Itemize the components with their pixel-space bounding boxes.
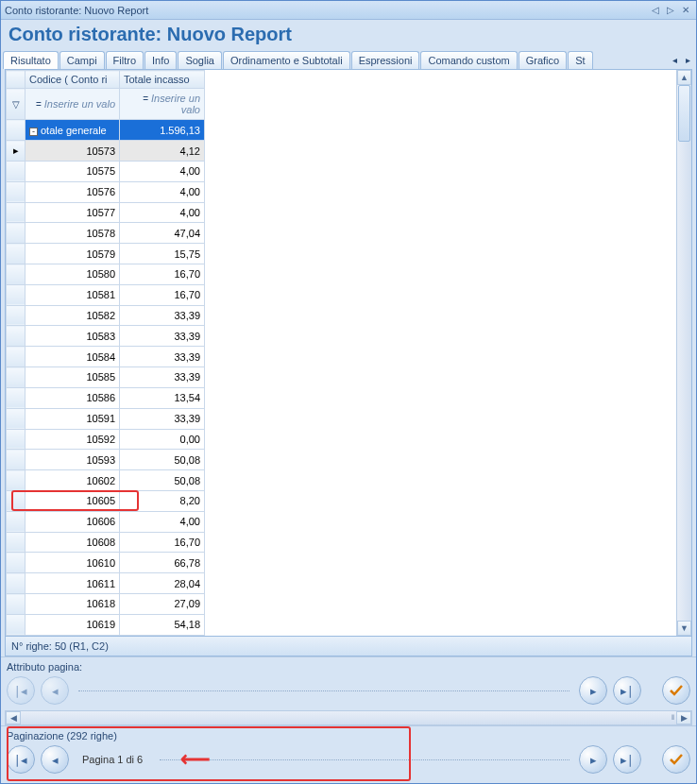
filter-icon-cell[interactable]: ▽: [7, 89, 26, 120]
cell-total[interactable]: 4,00: [120, 181, 205, 202]
cell-total[interactable]: 0,00: [120, 429, 205, 450]
hscroll-handle-icon[interactable]: ⦀: [669, 711, 676, 724]
hscroll-left-icon[interactable]: ◀: [6, 711, 21, 724]
cell-code[interactable]: 10585: [26, 367, 120, 388]
cell-code[interactable]: 10576: [26, 181, 120, 202]
tab-filtro[interactable]: Filtro: [106, 51, 144, 69]
tab-scroll-right-icon[interactable]: ▸: [681, 52, 694, 69]
tab-soglia[interactable]: Soglia: [178, 51, 222, 69]
cell-code[interactable]: 10582: [26, 305, 120, 326]
table-row[interactable]: 1061954,18: [7, 614, 205, 635]
table-row[interactable]: ▸105734,12: [7, 141, 205, 162]
attr-next-button[interactable]: ▸: [579, 676, 607, 705]
table-row[interactable]: 1058116,70: [7, 284, 205, 305]
cell-total[interactable]: 50,08: [120, 450, 205, 470]
cell-code[interactable]: 10591: [26, 408, 120, 429]
table-row[interactable]: 1061827,09: [7, 594, 205, 615]
cell-code[interactable]: 10578: [26, 223, 120, 244]
table-row[interactable]: 1061066,78: [7, 553, 205, 573]
cell-total[interactable]: 33,39: [120, 347, 205, 367]
scroll-thumb[interactable]: [678, 85, 690, 142]
page-last-button[interactable]: ▸∣: [613, 745, 641, 774]
tab-grafico[interactable]: Grafico: [518, 51, 567, 69]
cell-code[interactable]: 10580: [26, 264, 120, 285]
filter-total-input[interactable]: = Inserire un valo: [120, 89, 205, 120]
tab-info[interactable]: Info: [144, 51, 177, 69]
cell-total[interactable]: 16,70: [120, 264, 205, 285]
cell-total[interactable]: 47,04: [120, 223, 205, 244]
table-row[interactable]: 106064,00: [7, 511, 205, 532]
total-row-label[interactable]: -otale generale: [26, 120, 120, 141]
page-confirm-button[interactable]: [662, 745, 690, 774]
cell-code[interactable]: 10593: [26, 450, 120, 470]
cell-total[interactable]: 33,39: [120, 367, 205, 388]
table-row[interactable]: 105920,00: [7, 429, 205, 450]
cell-total[interactable]: 16,70: [120, 284, 205, 305]
table-row[interactable]: 1057915,75: [7, 244, 205, 264]
cell-total[interactable]: 8,20: [120, 490, 205, 511]
cell-total[interactable]: 33,39: [120, 326, 205, 347]
cell-code[interactable]: 10605: [26, 490, 120, 511]
cell-code[interactable]: 10611: [26, 573, 120, 594]
table-row[interactable]: 106058,20: [7, 490, 205, 511]
tab-risultato[interactable]: Risultato: [3, 51, 59, 69]
tab-espressioni[interactable]: Espressioni: [351, 51, 420, 69]
table-row[interactable]: 105764,00: [7, 181, 205, 202]
cell-code[interactable]: 10583: [26, 326, 120, 347]
cell-code[interactable]: 10602: [26, 470, 120, 491]
table-row[interactable]: 1058333,39: [7, 326, 205, 347]
cell-total[interactable]: 15,75: [120, 244, 205, 264]
cell-code[interactable]: 10581: [26, 284, 120, 305]
table-row[interactable]: 1060816,70: [7, 532, 205, 553]
cell-total[interactable]: 16,70: [120, 532, 205, 553]
table-row[interactable]: 1058533,39: [7, 367, 205, 388]
cell-total[interactable]: 50,08: [120, 470, 205, 491]
table-row[interactable]: 1058233,39: [7, 305, 205, 326]
cell-code[interactable]: 10610: [26, 553, 120, 573]
attr-last-button[interactable]: ▸∣: [613, 676, 641, 705]
cell-total[interactable]: 33,39: [120, 305, 205, 326]
cell-code[interactable]: 10584: [26, 347, 120, 367]
column-header-total[interactable]: Totale incasso: [120, 71, 205, 89]
cell-code[interactable]: 10575: [26, 161, 120, 181]
cell-total[interactable]: 33,39: [120, 408, 205, 429]
cell-total[interactable]: 4,12: [120, 141, 205, 162]
attr-field[interactable]: [78, 690, 570, 691]
cell-code[interactable]: 10586: [26, 387, 120, 408]
cell-code[interactable]: 10592: [26, 429, 120, 450]
table-row[interactable]: 1058016,70: [7, 264, 205, 285]
cell-total[interactable]: 66,78: [120, 553, 205, 573]
table-row[interactable]: 1061128,04: [7, 573, 205, 594]
table-row[interactable]: 1059350,08: [7, 450, 205, 470]
cell-code[interactable]: 10579: [26, 244, 120, 264]
cell-code[interactable]: 10573: [26, 141, 120, 162]
column-header-code[interactable]: Codice ( Conto ri: [26, 71, 120, 89]
cell-code[interactable]: 10608: [26, 532, 120, 553]
cell-code[interactable]: 10577: [26, 202, 120, 223]
tab-comando-custom[interactable]: Comando custom: [420, 51, 517, 69]
attr-prev-button[interactable]: ◂: [41, 676, 69, 705]
table-row[interactable]: 1060250,08: [7, 470, 205, 491]
cell-total[interactable]: 4,00: [120, 511, 205, 532]
filter-code-input[interactable]: = Inserire un valo: [26, 89, 120, 120]
table-row[interactable]: 1059133,39: [7, 408, 205, 429]
window-next-icon[interactable]: ▷: [664, 5, 677, 15]
tab-st[interactable]: St: [568, 51, 592, 69]
table-row[interactable]: 1058613,54: [7, 387, 205, 408]
scroll-track[interactable]: [677, 85, 691, 621]
cell-total[interactable]: 4,00: [120, 202, 205, 223]
scroll-down-icon[interactable]: ▼: [677, 621, 691, 636]
cell-code[interactable]: 10619: [26, 614, 120, 635]
tab-campi[interactable]: Campi: [60, 51, 105, 69]
results-grid[interactable]: Codice ( Conto ri Totale incasso ▽= Inse…: [6, 70, 205, 636]
window-prev-icon[interactable]: ◁: [649, 5, 662, 15]
page-first-button[interactable]: ∣◂: [7, 745, 35, 774]
cell-total[interactable]: 27,09: [120, 594, 205, 615]
scroll-up-icon[interactable]: ▲: [677, 70, 691, 85]
attr-confirm-button[interactable]: [662, 676, 690, 705]
table-row[interactable]: 105774,00: [7, 202, 205, 223]
table-row[interactable]: 105754,00: [7, 161, 205, 181]
attr-first-button[interactable]: ∣◂: [7, 676, 35, 705]
table-row[interactable]: 1057847,04: [7, 223, 205, 244]
window-close-icon[interactable]: ✕: [679, 5, 692, 15]
